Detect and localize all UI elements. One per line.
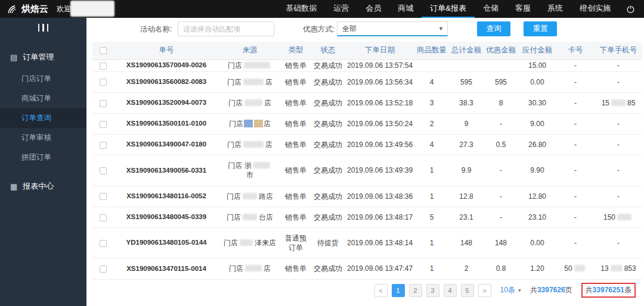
sidebar-item[interactable]: 商城订单 — [0, 89, 86, 108]
source-cell: 门店泽来店 — [219, 228, 281, 258]
sidebar-item[interactable]: 门店订单 — [0, 69, 86, 89]
welcome-text: 欢迎 — [57, 4, 72, 14]
payable-amount-cell: 1.20 — [518, 258, 556, 279]
page-button[interactable]: 5 — [461, 284, 474, 297]
search-button[interactable]: 查询 — [477, 21, 510, 36]
column-header[interactable]: 应付金额 — [518, 42, 556, 60]
top-nav-item[interactable]: 运营 — [325, 0, 357, 18]
pagination: < 12345 > 10条 ▾ 共3397626页 共33976251条 — [374, 283, 636, 298]
discount-method-select[interactable]: 全部 ▼ — [337, 21, 448, 36]
phone-number-cell: - — [595, 135, 642, 155]
top-nav-item[interactable]: 橙创实施 — [571, 0, 619, 18]
top-bar: 烘焙云 欢迎 基础数据运营会员商城订单&报表仓储客服系统橙创实施 — [0, 0, 644, 18]
type-cell: 销售单 — [281, 135, 311, 155]
select-all-checkbox[interactable] — [100, 47, 107, 54]
sidebar-item[interactable]: 拼团订单 — [0, 148, 86, 167]
discount-amount-cell: 8 — [484, 92, 518, 113]
date-cell: 2019.09.06 13:49:39 — [345, 155, 414, 186]
column-header[interactable]: 类型 — [281, 42, 311, 60]
redacted-text — [574, 265, 585, 271]
date-cell: 2019.09.06 13:56:34 — [345, 71, 414, 92]
discount-amount-cell — [484, 60, 518, 71]
column-header[interactable]: 总计金额 — [449, 42, 484, 60]
status-cell: 交易成功 — [311, 207, 345, 227]
discount-amount-cell: - — [484, 207, 518, 227]
top-nav-item[interactable]: 仓储 — [475, 0, 507, 18]
row-checkbox[interactable] — [100, 121, 107, 128]
table-row: XS19090613560082-0083门店店销售单交易成功2019.09.0… — [92, 71, 642, 92]
table-row: XS19090613480045-0339门店台店销售单交易成功2019.09.… — [92, 207, 642, 227]
page-button[interactable]: 2 — [409, 284, 422, 297]
total-amount-cell: 9.9 — [449, 155, 484, 186]
top-nav-item[interactable]: 客服 — [507, 0, 539, 18]
quantity-cell: 1 — [414, 186, 449, 207]
row-checkbox[interactable] — [100, 240, 107, 247]
payable-amount-cell: 30.30 — [518, 92, 556, 113]
next-page-button[interactable]: > — [478, 284, 491, 297]
row-checkbox[interactable] — [100, 100, 107, 107]
card-number-cell: 50 — [556, 258, 595, 279]
order-number-cell: XS19090613470115-0014 — [114, 258, 219, 279]
total-amount-cell — [449, 60, 484, 71]
redacted-text — [240, 239, 253, 246]
menu-bars-icon[interactable] — [0, 18, 86, 38]
main-content: 活动名称: 优惠方式: 全部 ▼ 查询 重置 单号来源类型状态下单日期商品数量总… — [86, 18, 644, 306]
row-checkbox[interactable] — [100, 214, 107, 221]
type-cell: 销售单 — [281, 113, 311, 134]
column-header[interactable]: 下单日期 — [345, 42, 414, 60]
top-nav-item[interactable]: 会员 — [357, 0, 389, 18]
reset-button[interactable]: 重置 — [524, 21, 557, 36]
top-nav-item[interactable]: 系统 — [539, 0, 571, 18]
sidebar-section[interactable]: ▦报表中心 — [0, 174, 86, 198]
table-row: XS19090613570049-0026门店销售单交易成功2019.09.06… — [92, 60, 642, 71]
order-table-body: XS19090613570049-0026门店销售单交易成功2019.09.06… — [92, 60, 642, 279]
phone-number-cell: - — [595, 186, 642, 207]
table-row: XS19090613490056-0331门店 浙市销售单交易成功2019.09… — [92, 155, 642, 186]
sidebar-item[interactable]: 订单查询 — [0, 108, 86, 128]
column-header[interactable]: 优惠金额 — [484, 42, 518, 60]
order-number-cell: XS19090613570049-0026 — [114, 60, 219, 71]
status-cell: 交易成功 — [311, 135, 345, 155]
column-header[interactable]: 下单手机号 — [595, 42, 642, 60]
status-cell: 交易成功 — [311, 60, 345, 71]
row-checkbox[interactable] — [100, 193, 107, 200]
power-logout-icon[interactable] — [621, 0, 639, 18]
source-cell: 门店店 — [219, 71, 281, 92]
top-nav-item[interactable]: 订单&报表 — [422, 0, 475, 18]
discount-amount-cell: 0.8 — [484, 258, 518, 279]
status-cell: 交易成功 — [311, 155, 345, 186]
redacted-text — [253, 162, 270, 168]
quantity-cell — [414, 60, 449, 71]
column-header[interactable]: 状态 — [311, 42, 345, 60]
page-size-select[interactable]: 10条 ▾ — [500, 285, 521, 295]
page-button[interactable]: 4 — [444, 284, 457, 297]
row-checkbox[interactable] — [100, 142, 107, 149]
prev-page-button[interactable]: < — [374, 284, 388, 297]
page-button[interactable]: 1 — [392, 284, 405, 297]
row-checkbox[interactable] — [100, 79, 107, 86]
app-window: 烘焙云 欢迎 基础数据运营会员商城订单&报表仓储客服系统橙创实施 ▤订单管理门店… — [0, 0, 644, 306]
row-checkbox[interactable] — [100, 167, 107, 174]
sidebar-section[interactable]: ▤订单管理 — [0, 45, 86, 69]
total-amount-cell: 9 — [449, 113, 484, 134]
payable-amount-cell: 12.80 — [518, 186, 556, 207]
page-button[interactable]: 3 — [426, 284, 439, 297]
date-cell: 2019.09.06 13:49:56 — [345, 135, 414, 155]
filter-bar: 活动名称: 优惠方式: 全部 ▼ 查询 重置 — [86, 18, 644, 40]
page-size-value: 10条 — [500, 285, 515, 295]
table-row: XS19090613480116-0052门店路店销售单交易成功2019.09.… — [92, 186, 642, 207]
column-header[interactable]: 来源 — [219, 42, 281, 60]
activity-name-input[interactable] — [178, 21, 274, 36]
card-number-cell: - — [556, 60, 595, 71]
orders-table: 单号来源类型状态下单日期商品数量总计金额优惠金额应付金额卡号下单手机号 XS19… — [92, 42, 638, 280]
column-header[interactable]: 单号 — [114, 42, 219, 60]
row-checkbox[interactable] — [100, 63, 107, 70]
row-checkbox[interactable] — [100, 266, 107, 273]
top-nav-item[interactable]: 商城 — [389, 0, 422, 18]
sidebar-item[interactable]: 订单审核 — [0, 128, 86, 148]
source-cell: 门店店 — [219, 92, 281, 113]
column-header[interactable]: 卡号 — [556, 42, 595, 60]
column-header[interactable]: 商品数量 — [414, 42, 449, 60]
source-cell: 门店 — [219, 60, 281, 71]
top-nav-item[interactable]: 基础数据 — [277, 0, 325, 18]
